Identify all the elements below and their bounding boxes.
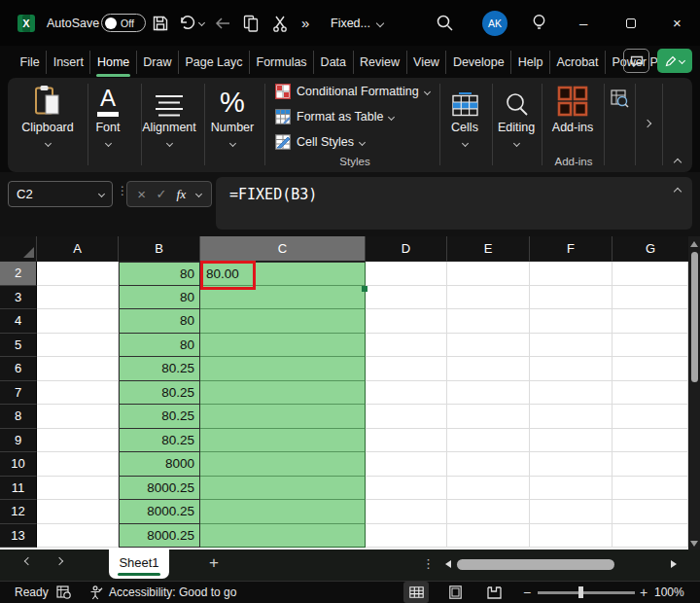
formula-bar-collapse-icon[interactable] — [674, 188, 682, 195]
cell-G13[interactable] — [612, 524, 688, 549]
cell-C12[interactable] — [200, 500, 366, 524]
cell-G3[interactable] — [612, 286, 688, 310]
cell-D13[interactable] — [366, 524, 447, 549]
cell-A10[interactable] — [37, 452, 119, 477]
cell-D4[interactable] — [366, 309, 447, 334]
cell-D3[interactable] — [366, 286, 447, 310]
cell-B3[interactable]: 80 — [119, 286, 200, 310]
zoom-level[interactable]: 100% — [654, 582, 684, 603]
cut-button[interactable] — [272, 0, 288, 46]
cell-F5[interactable] — [530, 334, 612, 358]
cell-C10[interactable] — [200, 452, 366, 477]
column-header-G[interactable]: G — [612, 236, 688, 262]
cell-B5[interactable]: 80 — [119, 334, 200, 358]
cell-F7[interactable] — [530, 381, 612, 406]
row-header-6[interactable]: 6 — [0, 357, 37, 381]
cell-A9[interactable] — [37, 429, 119, 453]
cell-D5[interactable] — [366, 334, 447, 358]
row-header-12[interactable]: 12 — [0, 500, 37, 524]
more-groups-chevron-icon[interactable] — [644, 120, 651, 127]
cell-F10[interactable] — [530, 452, 612, 477]
cell-B6[interactable]: 80.25 — [119, 357, 200, 381]
cell-B13[interactable]: 8000.25 — [119, 524, 200, 549]
cell-D9[interactable] — [366, 429, 447, 453]
tab-data[interactable]: Data — [313, 51, 352, 74]
row-header-9[interactable]: 9 — [0, 429, 37, 453]
name-box[interactable]: C2 — [8, 181, 113, 207]
scroll-up-icon[interactable] — [690, 241, 698, 247]
sheet-bar-dots-icon[interactable]: ⋮ — [422, 556, 435, 571]
fx-chevron-icon[interactable] — [195, 191, 202, 197]
cell-E5[interactable] — [447, 334, 530, 358]
clipboard-group-button[interactable]: Clipboard — [17, 82, 79, 146]
styles-group-label[interactable]: Styles — [339, 156, 369, 167]
cell-A6[interactable] — [37, 357, 119, 381]
minimize-button[interactable]: – — [579, 0, 587, 46]
cell-E9[interactable] — [447, 429, 530, 453]
undo-dropdown-chevron-icon[interactable] — [198, 19, 205, 26]
cell-E10[interactable] — [447, 452, 530, 477]
collapse-ribbon-chevron-icon[interactable] — [674, 159, 682, 166]
tab-formulas[interactable]: Formulas — [249, 51, 313, 74]
cell-A12[interactable] — [37, 500, 119, 524]
row-header-2[interactable]: 2 — [0, 262, 37, 286]
cell-C8[interactable] — [200, 405, 366, 429]
cell-F3[interactable] — [530, 286, 612, 310]
cell-E12[interactable] — [447, 500, 530, 524]
row-header-5[interactable]: 5 — [0, 334, 37, 358]
addins-button[interactable]: Add-ins — [542, 82, 604, 134]
autosave-toggle[interactable]: Off — [101, 0, 146, 46]
tab-draw[interactable]: Draw — [136, 51, 178, 74]
row-header-7[interactable]: 7 — [0, 381, 37, 406]
cell-C11[interactable] — [200, 477, 366, 501]
cell-C4[interactable] — [200, 309, 366, 334]
tab-help[interactable]: Help — [510, 51, 549, 74]
accessibility-status[interactable]: Accessibility: Good to go — [109, 582, 236, 603]
tab-view[interactable]: View — [406, 51, 446, 74]
cell-E13[interactable] — [447, 524, 530, 549]
column-header-C[interactable]: C — [200, 236, 366, 262]
cell-A2[interactable] — [37, 262, 119, 286]
cell-C5[interactable] — [200, 334, 366, 358]
column-header-B[interactable]: B — [119, 236, 200, 262]
cell-G8[interactable] — [612, 405, 688, 429]
row-header-4[interactable]: 4 — [0, 309, 37, 334]
cell-C13[interactable] — [200, 524, 366, 549]
column-header-E[interactable]: E — [447, 236, 530, 262]
cell-A11[interactable] — [37, 477, 119, 501]
cell-D11[interactable] — [366, 477, 447, 501]
cell-C7[interactable] — [200, 381, 366, 406]
cell-A7[interactable] — [37, 381, 119, 406]
tab-acrobat[interactable]: Acrobat — [549, 51, 605, 74]
search-button[interactable] — [436, 0, 454, 46]
excel-logo-icon[interactable]: X — [18, 0, 35, 46]
font-group-button[interactable]: A Font — [77, 82, 139, 146]
copy-button[interactable] — [243, 0, 260, 46]
tab-page-layc[interactable]: Page Layc — [178, 51, 249, 74]
comments-button[interactable] — [623, 49, 649, 73]
cell-D2[interactable] — [366, 262, 447, 286]
page-layout-view-button[interactable] — [442, 582, 468, 603]
row-header-13[interactable]: 13 — [0, 524, 37, 549]
zoom-slider-thumb[interactable] — [578, 586, 583, 598]
close-button[interactable]: × — [673, 0, 682, 46]
get-addins-icon[interactable] — [611, 89, 629, 112]
sheet-prev-icon[interactable] — [24, 557, 32, 565]
editing-group-button[interactable]: Editing — [485, 82, 547, 146]
hscroll-left-icon[interactable] — [445, 560, 451, 568]
cell-B11[interactable]: 8000.25 — [119, 477, 200, 501]
cancel-icon[interactable]: × — [137, 186, 146, 202]
maximize-button[interactable] — [626, 0, 636, 46]
cell-D7[interactable] — [366, 381, 447, 406]
cell-F2[interactable] — [530, 262, 612, 286]
conditional-formatting-button[interactable]: Conditional Formatting — [275, 84, 430, 99]
cell-D10[interactable] — [366, 452, 447, 477]
cell-C9[interactable] — [200, 429, 366, 453]
vertical-scroll-thumb[interactable] — [691, 252, 698, 382]
document-name-dropdown[interactable]: Fixed... — [331, 0, 383, 46]
cell-C6[interactable] — [200, 357, 366, 381]
column-header-F[interactable]: F — [530, 236, 612, 262]
scroll-down-icon[interactable] — [690, 541, 698, 547]
cell-E3[interactable] — [447, 286, 530, 310]
cell-E11[interactable] — [447, 477, 530, 501]
